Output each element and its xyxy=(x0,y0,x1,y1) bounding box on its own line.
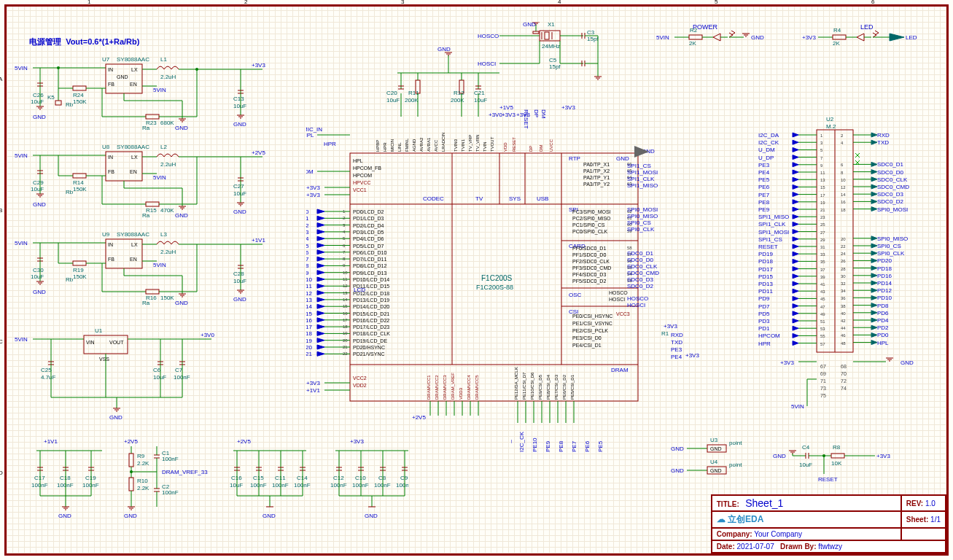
svg-text:PD1: PD1 xyxy=(758,325,770,332)
svg-marker-850 xyxy=(871,295,877,300)
svg-text:100nF: 100nF xyxy=(294,482,311,489)
svg-text:+1V5: +1V5 xyxy=(499,104,513,111)
svg-marker-730 xyxy=(793,252,798,256)
svg-text:38: 38 xyxy=(841,304,846,308)
svg-text:GND: GND xyxy=(33,114,46,120)
svg-text:PD3: PD3 xyxy=(758,318,770,324)
svg-text:HPVCC: HPVCC xyxy=(353,180,371,185)
svg-text:GND: GND xyxy=(671,467,684,474)
svg-point-300 xyxy=(130,470,133,473)
svg-text:PD18: PD18 xyxy=(877,265,892,272)
svg-rect-177 xyxy=(146,202,159,206)
svg-text:DRAMVCC3: DRAMVCC3 xyxy=(443,375,447,400)
svg-marker-694 xyxy=(793,184,798,189)
svg-text:SPI0_CS: SPI0_CS xyxy=(877,243,901,249)
svg-text:PE9/CSI_D5: PE9/CSI_D5 xyxy=(538,374,542,400)
svg-text:470K: 470K xyxy=(160,207,174,214)
svg-text:PE8/CSI_D4: PE8/CSI_D4 xyxy=(546,374,551,400)
svg-text:RXD: RXD xyxy=(877,132,890,139)
svg-text:57: 57 xyxy=(820,342,825,346)
svg-text:DRAM: DRAM xyxy=(611,367,629,373)
svg-text:PD5: PD5 xyxy=(306,243,309,249)
svg-text:SDC0_D0: SDC0_D0 xyxy=(877,169,904,176)
svg-text:67: 67 xyxy=(820,364,826,369)
svg-text:PE3/CSI_D0: PE3/CSI_D0 xyxy=(572,335,602,341)
svg-text:LED: LED xyxy=(906,34,917,41)
svg-marker-482 xyxy=(317,284,324,288)
svg-text:VCC1: VCC1 xyxy=(353,187,367,192)
svg-text:10uF: 10uF xyxy=(153,374,166,381)
svg-text:U8: U8 xyxy=(102,144,110,150)
svg-text:45: 45 xyxy=(820,297,825,301)
reg-u8: 5VIN C2910uF GND U8SY8088AAC INLX FBEN R… xyxy=(15,144,270,225)
svg-marker-678 xyxy=(793,155,798,160)
svg-text:100nF: 100nF xyxy=(31,482,48,489)
svg-rect-28 xyxy=(545,32,549,39)
reg-u9: 5VIN C3010uF GND U9SY8088AAC INLX FBEN R… xyxy=(15,232,270,312)
svg-rect-290 xyxy=(129,454,133,467)
svg-text:DRAMVCC2: DRAMVCC2 xyxy=(435,375,439,400)
svg-text:PD19: PD19 xyxy=(306,338,313,344)
svg-text:12: 12 xyxy=(841,185,846,190)
svg-text:10K: 10K xyxy=(831,460,842,467)
svg-marker-810 xyxy=(871,199,877,203)
svg-rect-226 xyxy=(146,289,159,294)
svg-text:18: 18 xyxy=(841,208,846,212)
svg-text:15pf: 15pf xyxy=(549,63,561,70)
svg-text:PD14: PD14 xyxy=(877,280,892,287)
svg-marker-758 xyxy=(793,304,798,308)
svg-text:PD18/LCD_CLK: PD18/LCD_CLK xyxy=(353,331,390,337)
svg-text:GND: GND xyxy=(233,296,246,303)
svg-text:PE10: PE10 xyxy=(532,438,538,452)
ldo-u1: 5VIN U1XC6206-3.0V VINVOUT VSS +3V0 C254… xyxy=(15,328,270,423)
svg-text:150K: 150K xyxy=(73,273,87,280)
svg-marker-874 xyxy=(871,341,877,345)
svg-text:AVCC: AVCC xyxy=(434,139,438,152)
svg-text:17: 17 xyxy=(820,193,825,198)
svg-text:PE1/CSI_VSYNC: PE1/CSI_VSYNC xyxy=(572,321,612,327)
svg-text:PE12/DA_MCLK: PE12/DA_MCLK xyxy=(514,367,518,400)
svg-text:R12: R12 xyxy=(454,90,464,96)
svg-text:VSS: VSS xyxy=(99,357,109,362)
svg-text:SDC0_D1: SDC0_D1 xyxy=(627,250,654,257)
svg-marker-754 xyxy=(793,296,798,300)
svg-text:PD14: PD14 xyxy=(306,303,313,310)
svg-text:10uF: 10uF xyxy=(386,97,400,104)
svg-text:IN: IN xyxy=(108,155,113,160)
svg-text:33: 33 xyxy=(820,252,825,257)
svg-text:100nF: 100nF xyxy=(352,482,369,489)
svg-text:30: 30 xyxy=(841,274,846,279)
svg-marker-722 xyxy=(793,237,798,241)
svg-marker-472 xyxy=(317,271,324,275)
svg-text:PF1/SDC0_D0: PF1/SDC0_D0 xyxy=(572,252,606,258)
svg-text:6: 6 xyxy=(841,163,844,167)
svg-text:U_DM: U_DM xyxy=(758,147,775,153)
svg-text:PD10/LCD_D14: PD10/LCD_D14 xyxy=(353,277,389,283)
svg-rect-912 xyxy=(831,454,844,458)
svg-text:PA3/TP_Y2: PA3/TP_Y2 xyxy=(583,182,610,187)
svg-text:TXD: TXD xyxy=(671,339,682,346)
svg-text:+3V0: +3V0 xyxy=(201,332,214,338)
svg-text:GND: GND xyxy=(58,513,71,519)
svg-marker-798 xyxy=(871,177,877,182)
svg-text:PC0/SPI0_CLK: PC0/SPI0_CLK xyxy=(572,229,608,235)
svg-text:22: 22 xyxy=(841,244,846,249)
svg-marker-726 xyxy=(793,244,798,249)
svg-text:+2V5: +2V5 xyxy=(252,149,265,156)
svg-text:LX: LX xyxy=(131,67,138,72)
svg-text:+3V3: +3V3 xyxy=(306,192,320,198)
svg-text:100nF: 100nF xyxy=(162,456,179,462)
svg-text:GND: GND xyxy=(365,513,378,519)
svg-text:40: 40 xyxy=(841,311,846,316)
svg-text:SY8088AAC: SY8088AAC xyxy=(117,57,149,63)
svg-text:1: 1 xyxy=(820,133,823,138)
svg-text:PD15/LCD_D21: PD15/LCD_D21 xyxy=(353,311,389,317)
svg-text:C30: C30 xyxy=(33,267,44,273)
svg-text:PC3/SPI0_MOSI: PC3/SPI0_MOSI xyxy=(572,209,611,215)
svg-text:MIC_IN: MIC_IN xyxy=(306,126,322,133)
svg-marker-512 xyxy=(317,324,324,329)
svg-text:HPR: HPR xyxy=(758,341,771,347)
svg-marker-437 xyxy=(317,223,324,228)
svg-text:2.2uH: 2.2uH xyxy=(160,161,176,168)
svg-marker-778 xyxy=(793,341,798,346)
